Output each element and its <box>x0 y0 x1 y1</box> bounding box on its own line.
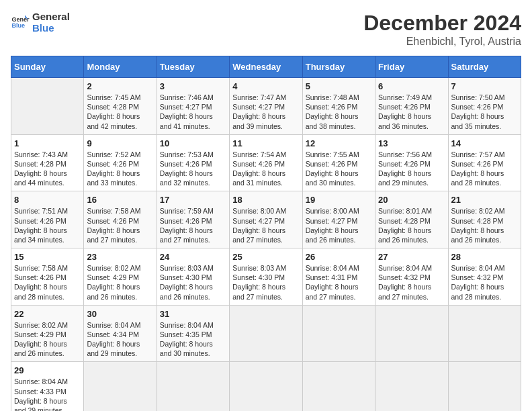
day-cell: 8Sunrise: 7:51 AMSunset: 4:26 PMDaylight… <box>11 191 84 248</box>
day-cell <box>375 362 448 411</box>
day-header-wednesday: Wednesday <box>230 56 302 78</box>
day-number: 29 <box>14 365 81 375</box>
day-info: Sunrise: 7:51 AMSunset: 4:26 PMDaylight:… <box>14 206 81 244</box>
week-row-1: 1Sunrise: 7:43 AMSunset: 4:28 PMDaylight… <box>11 134 521 191</box>
day-cell: 20Sunrise: 8:01 AMSunset: 4:28 PMDayligh… <box>375 191 448 248</box>
day-cell: 11Sunrise: 7:54 AMSunset: 4:26 PMDayligh… <box>230 134 302 191</box>
day-number: 27 <box>378 252 445 262</box>
day-number: 19 <box>306 195 372 205</box>
day-info: Sunrise: 7:48 AMSunset: 4:26 PMDaylight:… <box>306 93 372 131</box>
day-cell: 17Sunrise: 7:59 AMSunset: 4:26 PMDayligh… <box>157 191 229 248</box>
day-cell: 16Sunrise: 7:58 AMSunset: 4:26 PMDayligh… <box>84 191 157 248</box>
day-number: 23 <box>87 252 153 262</box>
day-info: Sunrise: 7:50 AMSunset: 4:26 PMDaylight:… <box>451 93 518 131</box>
day-info: Sunrise: 8:02 AMSunset: 4:28 PMDaylight:… <box>451 206 518 244</box>
day-number: 25 <box>232 252 299 262</box>
logo-blue: Blue <box>32 22 70 34</box>
svg-text:General: General <box>11 16 30 23</box>
day-info: Sunrise: 7:45 AMSunset: 4:28 PMDaylight:… <box>87 93 153 131</box>
day-info: Sunrise: 8:00 AMSunset: 4:27 PMDaylight:… <box>306 206 372 244</box>
day-cell: 15Sunrise: 7:58 AMSunset: 4:26 PMDayligh… <box>11 248 84 306</box>
day-info: Sunrise: 7:58 AMSunset: 4:26 PMDaylight:… <box>87 206 153 244</box>
day-info: Sunrise: 8:02 AMSunset: 4:29 PMDaylight:… <box>87 263 153 302</box>
logo: General Blue General Blue <box>11 11 70 34</box>
day-cell <box>448 305 521 362</box>
day-number: 5 <box>306 81 372 91</box>
day-cell: 31Sunrise: 8:04 AMSunset: 4:35 PMDayligh… <box>157 305 229 362</box>
day-info: Sunrise: 7:54 AMSunset: 4:26 PMDaylight:… <box>232 150 299 188</box>
day-info: Sunrise: 7:55 AMSunset: 4:26 PMDaylight:… <box>306 150 372 188</box>
day-info: Sunrise: 8:03 AMSunset: 4:30 PMDaylight:… <box>160 263 226 302</box>
day-cell: 5Sunrise: 7:48 AMSunset: 4:26 PMDaylight… <box>302 78 375 135</box>
day-cell: 3Sunrise: 7:46 AMSunset: 4:27 PMDaylight… <box>157 78 229 135</box>
day-cell: 19Sunrise: 8:00 AMSunset: 4:27 PMDayligh… <box>302 191 375 248</box>
day-info: Sunrise: 8:04 AMSunset: 4:32 PMDaylight:… <box>451 263 518 302</box>
day-cell <box>302 305 375 362</box>
day-header-monday: Monday <box>84 56 157 78</box>
day-number: 18 <box>232 195 299 205</box>
day-cell <box>84 362 157 411</box>
day-cell <box>448 362 521 411</box>
day-number: 2 <box>87 81 153 91</box>
day-number: 14 <box>451 138 518 148</box>
day-cell: 7Sunrise: 7:50 AMSunset: 4:26 PMDaylight… <box>448 78 521 135</box>
day-number: 7 <box>451 81 518 91</box>
day-number: 11 <box>232 138 299 148</box>
day-info: Sunrise: 8:02 AMSunset: 4:29 PMDaylight:… <box>14 320 81 359</box>
day-info: Sunrise: 7:59 AMSunset: 4:26 PMDaylight:… <box>160 206 226 244</box>
day-number: 13 <box>378 138 445 148</box>
day-cell: 10Sunrise: 7:53 AMSunset: 4:26 PMDayligh… <box>157 134 229 191</box>
week-row-5: 29Sunrise: 8:04 AMSunset: 4:33 PMDayligh… <box>11 362 521 411</box>
day-header-saturday: Saturday <box>448 56 521 78</box>
day-header-tuesday: Tuesday <box>157 56 229 78</box>
day-cell: 14Sunrise: 7:57 AMSunset: 4:26 PMDayligh… <box>448 134 521 191</box>
title-area: December 2024 Ehenbichl, Tyrol, Austria <box>363 11 521 48</box>
day-info: Sunrise: 8:04 AMSunset: 4:34 PMDaylight:… <box>87 320 153 359</box>
header: General Blue General Blue December 2024 … <box>11 11 521 48</box>
day-cell <box>375 305 448 362</box>
header-row: SundayMondayTuesdayWednesdayThursdayFrid… <box>11 56 521 78</box>
day-cell: 29Sunrise: 8:04 AMSunset: 4:33 PMDayligh… <box>11 362 84 411</box>
day-info: Sunrise: 8:04 AMSunset: 4:31 PMDaylight:… <box>306 263 372 302</box>
day-info: Sunrise: 7:53 AMSunset: 4:26 PMDaylight:… <box>160 150 226 188</box>
day-info: Sunrise: 7:43 AMSunset: 4:28 PMDaylight:… <box>14 150 81 188</box>
day-number: 17 <box>160 195 226 205</box>
day-cell: 26Sunrise: 8:04 AMSunset: 4:31 PMDayligh… <box>302 248 375 306</box>
day-cell <box>157 362 229 411</box>
day-number: 12 <box>306 138 372 148</box>
day-cell: 9Sunrise: 7:52 AMSunset: 4:26 PMDaylight… <box>84 134 157 191</box>
day-number: 30 <box>87 309 153 319</box>
day-info: Sunrise: 7:49 AMSunset: 4:26 PMDaylight:… <box>378 93 445 131</box>
day-cell <box>11 78 84 135</box>
logo-general: General <box>32 11 70 22</box>
day-number: 15 <box>14 252 81 262</box>
day-number: 9 <box>87 138 153 148</box>
day-header-sunday: Sunday <box>11 56 84 78</box>
day-number: 28 <box>451 252 518 262</box>
day-info: Sunrise: 7:47 AMSunset: 4:27 PMDaylight:… <box>232 93 299 131</box>
day-cell: 6Sunrise: 7:49 AMSunset: 4:26 PMDaylight… <box>375 78 448 135</box>
day-cell: 4Sunrise: 7:47 AMSunset: 4:27 PMDaylight… <box>230 78 302 135</box>
day-info: Sunrise: 8:04 AMSunset: 4:35 PMDaylight:… <box>160 320 226 359</box>
location-title: Ehenbichl, Tyrol, Austria <box>363 36 521 48</box>
day-number: 3 <box>160 81 226 91</box>
day-number: 4 <box>232 81 299 91</box>
day-info: Sunrise: 8:00 AMSunset: 4:27 PMDaylight:… <box>232 206 299 244</box>
day-number: 22 <box>14 309 81 319</box>
day-cell: 12Sunrise: 7:55 AMSunset: 4:26 PMDayligh… <box>302 134 375 191</box>
day-info: Sunrise: 8:04 AMSunset: 4:33 PMDaylight:… <box>14 377 81 411</box>
day-cell: 25Sunrise: 8:03 AMSunset: 4:30 PMDayligh… <box>230 248 302 306</box>
day-info: Sunrise: 7:56 AMSunset: 4:26 PMDaylight:… <box>378 150 445 188</box>
day-number: 24 <box>160 252 226 262</box>
day-cell: 28Sunrise: 8:04 AMSunset: 4:32 PMDayligh… <box>448 248 521 306</box>
day-cell: 24Sunrise: 8:03 AMSunset: 4:30 PMDayligh… <box>157 248 229 306</box>
day-cell <box>230 362 302 411</box>
day-info: Sunrise: 8:01 AMSunset: 4:28 PMDaylight:… <box>378 206 445 244</box>
day-number: 8 <box>14 195 81 205</box>
day-cell <box>302 362 375 411</box>
day-cell: 18Sunrise: 8:00 AMSunset: 4:27 PMDayligh… <box>230 191 302 248</box>
day-cell: 27Sunrise: 8:04 AMSunset: 4:32 PMDayligh… <box>375 248 448 306</box>
week-row-3: 15Sunrise: 7:58 AMSunset: 4:26 PMDayligh… <box>11 248 521 306</box>
day-cell: 30Sunrise: 8:04 AMSunset: 4:34 PMDayligh… <box>84 305 157 362</box>
month-title: December 2024 <box>363 11 521 36</box>
